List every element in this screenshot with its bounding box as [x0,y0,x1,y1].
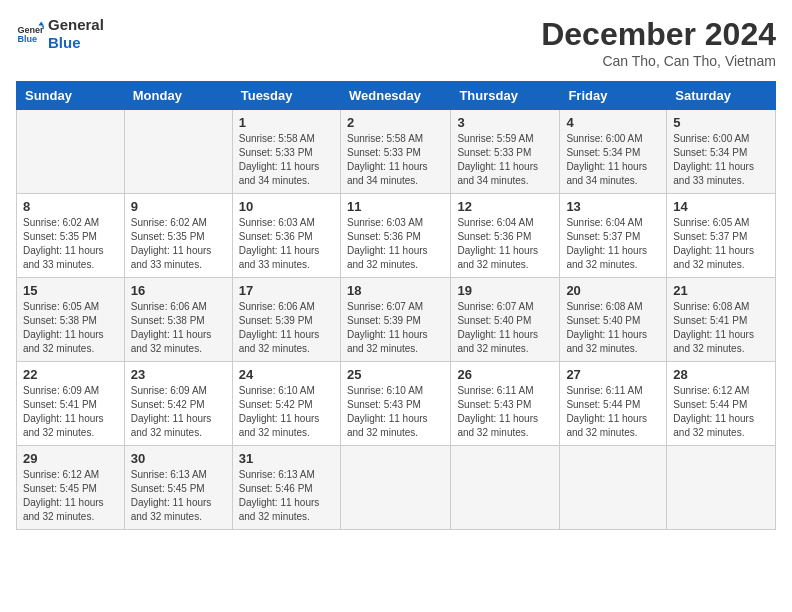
calendar-week-row: 29 Sunrise: 6:12 AMSunset: 5:45 PMDaylig… [17,446,776,530]
day-info: Sunrise: 6:08 AMSunset: 5:41 PMDaylight:… [673,300,769,356]
table-row: 2 Sunrise: 5:58 AMSunset: 5:33 PMDayligh… [340,110,450,194]
day-number: 5 [673,115,769,130]
table-row: 26 Sunrise: 6:11 AMSunset: 5:43 PMDaylig… [451,362,560,446]
title-section: December 2024 Can Tho, Can Tho, Vietnam [541,16,776,69]
month-title: December 2024 [541,16,776,53]
calendar-header-row: Sunday Monday Tuesday Wednesday Thursday… [17,82,776,110]
table-row [451,446,560,530]
day-number: 13 [566,199,660,214]
day-info: Sunrise: 6:12 AMSunset: 5:44 PMDaylight:… [673,384,769,440]
day-info: Sunrise: 6:05 AMSunset: 5:37 PMDaylight:… [673,216,769,272]
table-row: 5 Sunrise: 6:00 AMSunset: 5:34 PMDayligh… [667,110,776,194]
calendar-week-row: 1 Sunrise: 5:58 AMSunset: 5:33 PMDayligh… [17,110,776,194]
day-info: Sunrise: 6:13 AMSunset: 5:46 PMDaylight:… [239,468,334,524]
table-row: 12 Sunrise: 6:04 AMSunset: 5:36 PMDaylig… [451,194,560,278]
table-row [560,446,667,530]
day-number: 4 [566,115,660,130]
day-number: 10 [239,199,334,214]
table-row: 19 Sunrise: 6:07 AMSunset: 5:40 PMDaylig… [451,278,560,362]
day-number: 12 [457,199,553,214]
day-info: Sunrise: 6:09 AMSunset: 5:42 PMDaylight:… [131,384,226,440]
day-info: Sunrise: 6:11 AMSunset: 5:43 PMDaylight:… [457,384,553,440]
calendar-week-row: 8 Sunrise: 6:02 AMSunset: 5:35 PMDayligh… [17,194,776,278]
day-number: 17 [239,283,334,298]
location: Can Tho, Can Tho, Vietnam [541,53,776,69]
header-sunday: Sunday [17,82,125,110]
day-number: 25 [347,367,444,382]
header-monday: Monday [124,82,232,110]
day-info: Sunrise: 6:05 AMSunset: 5:38 PMDaylight:… [23,300,118,356]
day-number: 23 [131,367,226,382]
table-row: 15 Sunrise: 6:05 AMSunset: 5:38 PMDaylig… [17,278,125,362]
day-number: 8 [23,199,118,214]
day-number: 27 [566,367,660,382]
table-row: 9 Sunrise: 6:02 AMSunset: 5:35 PMDayligh… [124,194,232,278]
table-row [667,446,776,530]
table-row: 22 Sunrise: 6:09 AMSunset: 5:41 PMDaylig… [17,362,125,446]
day-number: 2 [347,115,444,130]
calendar-week-row: 22 Sunrise: 6:09 AMSunset: 5:41 PMDaylig… [17,362,776,446]
day-info: Sunrise: 6:00 AMSunset: 5:34 PMDaylight:… [566,132,660,188]
table-row: 17 Sunrise: 6:06 AMSunset: 5:39 PMDaylig… [232,278,340,362]
day-number: 3 [457,115,553,130]
day-number: 14 [673,199,769,214]
header-friday: Friday [560,82,667,110]
logo: General Blue General Blue [16,16,104,52]
logo-general: General [48,16,104,34]
day-info: Sunrise: 6:08 AMSunset: 5:40 PMDaylight:… [566,300,660,356]
table-row: 23 Sunrise: 6:09 AMSunset: 5:42 PMDaylig… [124,362,232,446]
day-number: 31 [239,451,334,466]
header-thursday: Thursday [451,82,560,110]
day-info: Sunrise: 6:13 AMSunset: 5:45 PMDaylight:… [131,468,226,524]
day-info: Sunrise: 5:58 AMSunset: 5:33 PMDaylight:… [239,132,334,188]
day-number: 15 [23,283,118,298]
day-info: Sunrise: 6:04 AMSunset: 5:37 PMDaylight:… [566,216,660,272]
logo-blue: Blue [48,34,104,52]
svg-marker-2 [38,21,44,25]
day-info: Sunrise: 6:10 AMSunset: 5:42 PMDaylight:… [239,384,334,440]
svg-text:General: General [17,25,44,35]
day-info: Sunrise: 6:00 AMSunset: 5:34 PMDaylight:… [673,132,769,188]
day-number: 11 [347,199,444,214]
day-info: Sunrise: 6:10 AMSunset: 5:43 PMDaylight:… [347,384,444,440]
header-tuesday: Tuesday [232,82,340,110]
table-row: 21 Sunrise: 6:08 AMSunset: 5:41 PMDaylig… [667,278,776,362]
calendar-week-row: 15 Sunrise: 6:05 AMSunset: 5:38 PMDaylig… [17,278,776,362]
table-row: 1 Sunrise: 5:58 AMSunset: 5:33 PMDayligh… [232,110,340,194]
table-row: 3 Sunrise: 5:59 AMSunset: 5:33 PMDayligh… [451,110,560,194]
table-row: 10 Sunrise: 6:03 AMSunset: 5:36 PMDaylig… [232,194,340,278]
day-info: Sunrise: 6:04 AMSunset: 5:36 PMDaylight:… [457,216,553,272]
day-info: Sunrise: 6:02 AMSunset: 5:35 PMDaylight:… [131,216,226,272]
day-number: 21 [673,283,769,298]
day-info: Sunrise: 6:06 AMSunset: 5:38 PMDaylight:… [131,300,226,356]
svg-text:Blue: Blue [17,34,37,44]
day-info: Sunrise: 6:02 AMSunset: 5:35 PMDaylight:… [23,216,118,272]
day-info: Sunrise: 6:07 AMSunset: 5:40 PMDaylight:… [457,300,553,356]
table-row [340,446,450,530]
day-info: Sunrise: 6:11 AMSunset: 5:44 PMDaylight:… [566,384,660,440]
header-saturday: Saturday [667,82,776,110]
day-number: 26 [457,367,553,382]
table-row: 30 Sunrise: 6:13 AMSunset: 5:45 PMDaylig… [124,446,232,530]
day-info: Sunrise: 6:03 AMSunset: 5:36 PMDaylight:… [239,216,334,272]
table-row: 16 Sunrise: 6:06 AMSunset: 5:38 PMDaylig… [124,278,232,362]
table-row: 29 Sunrise: 6:12 AMSunset: 5:45 PMDaylig… [17,446,125,530]
table-row: 31 Sunrise: 6:13 AMSunset: 5:46 PMDaylig… [232,446,340,530]
table-row: 14 Sunrise: 6:05 AMSunset: 5:37 PMDaylig… [667,194,776,278]
day-number: 16 [131,283,226,298]
day-number: 1 [239,115,334,130]
page-header: General Blue General Blue December 2024 … [16,16,776,69]
day-number: 20 [566,283,660,298]
header-wednesday: Wednesday [340,82,450,110]
table-row [124,110,232,194]
table-row: 8 Sunrise: 6:02 AMSunset: 5:35 PMDayligh… [17,194,125,278]
day-number: 30 [131,451,226,466]
day-number: 18 [347,283,444,298]
logo-icon: General Blue [16,20,44,48]
day-number: 28 [673,367,769,382]
table-row: 4 Sunrise: 6:00 AMSunset: 5:34 PMDayligh… [560,110,667,194]
day-info: Sunrise: 5:59 AMSunset: 5:33 PMDaylight:… [457,132,553,188]
table-row: 24 Sunrise: 6:10 AMSunset: 5:42 PMDaylig… [232,362,340,446]
day-number: 9 [131,199,226,214]
table-row: 13 Sunrise: 6:04 AMSunset: 5:37 PMDaylig… [560,194,667,278]
